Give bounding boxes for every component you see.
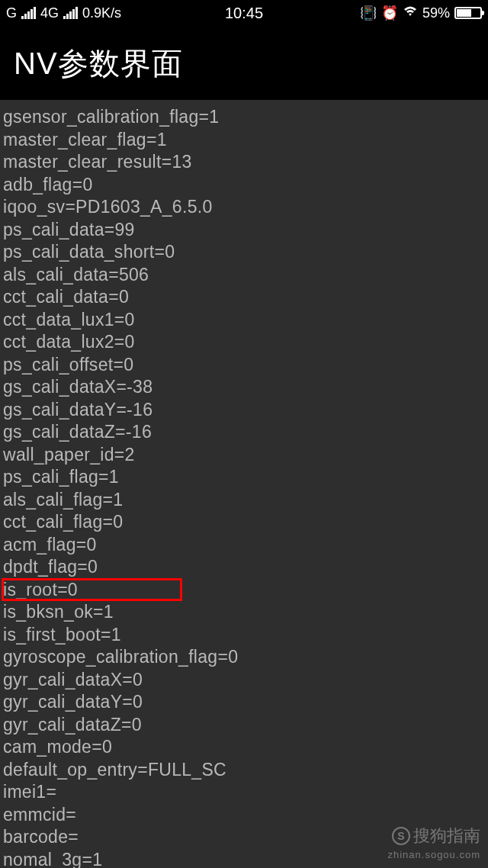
nv-line: gs_cali_dataX=-38	[3, 376, 488, 399]
nv-line: cct_cali_data=0	[3, 286, 488, 309]
status-bar: G 4G 0.9K/s 10:45 📳 ⏰ 59%	[0, 0, 488, 26]
battery-icon	[454, 7, 482, 19]
nv-parameter-list[interactable]: gsensor_calibration_flag=1master_clear_f…	[0, 100, 488, 868]
signal-icon	[21, 7, 36, 19]
nv-line: gyr_cali_dataY=0	[3, 691, 488, 714]
watermark-url: zhinan.sogou.com	[387, 849, 480, 860]
nv-line: als_cali_flag=1	[3, 489, 488, 512]
nv-line: is_root=0	[3, 579, 488, 602]
page-title: NV参数界面	[0, 26, 488, 100]
nv-line: gs_cali_dataY=-16	[3, 399, 488, 422]
nv-line: dpdt_flag=0	[3, 556, 488, 579]
nv-line: iqoo_sv=PD1603_A_6.5.0	[3, 196, 488, 219]
nv-line: gyroscope_calibration_flag=0	[3, 646, 488, 669]
watermark-name: 搜狗指南	[413, 825, 480, 847]
nv-line: master_clear_flag=1	[3, 129, 488, 152]
status-right: 📳 ⏰ 59%	[360, 5, 482, 21]
nv-line: master_clear_result=13	[3, 151, 488, 174]
alarm-icon: ⏰	[381, 5, 398, 21]
carrier-prefix: G	[6, 5, 17, 21]
battery-pct: 59%	[422, 5, 450, 21]
nv-line: ps_cali_data=99	[3, 219, 488, 242]
data-speed: 0.9K/s	[82, 5, 121, 21]
nv-line: adb_flag=0	[3, 174, 488, 197]
nv-line: wall_paper_id=2	[3, 444, 488, 467]
nv-line: als_cali_data=506	[3, 264, 488, 287]
nv-line: gyr_cali_dataZ=0	[3, 714, 488, 737]
watermark-logo-icon: S	[392, 827, 410, 845]
nv-line: is_first_boot=1	[3, 624, 488, 647]
nv-line: acm_flag=0	[3, 534, 488, 557]
nv-line: gyr_cali_dataX=0	[3, 669, 488, 692]
network-label: 4G	[40, 5, 59, 21]
nv-line: emmcid=	[3, 804, 488, 827]
nv-line: gs_cali_dataZ=-16	[3, 421, 488, 444]
status-left: G 4G 0.9K/s	[6, 5, 121, 21]
nv-line: imei1=	[3, 781, 488, 804]
signal-icon-2	[63, 7, 78, 19]
vibrate-icon: 📳	[360, 5, 377, 21]
nv-line: cct_cali_flag=0	[3, 511, 488, 534]
nv-line: ps_cali_flag=1	[3, 466, 488, 489]
wifi-icon	[403, 5, 418, 21]
watermark: S 搜狗指南 zhinan.sogou.com	[387, 825, 480, 860]
nv-line: cct_data_lux1=0	[3, 309, 488, 332]
nv-line: default_op_entry=FULL_SC	[3, 759, 488, 782]
nv-line: ps_cali_offset=0	[3, 354, 488, 377]
nv-line: cct_data_lux2=0	[3, 331, 488, 354]
nv-line: is_bksn_ok=1	[3, 601, 488, 624]
nv-line: ps_cali_data_short=0	[3, 241, 488, 264]
nv-line: cam_mode=0	[3, 736, 488, 759]
nv-line: gsensor_calibration_flag=1	[3, 106, 488, 129]
